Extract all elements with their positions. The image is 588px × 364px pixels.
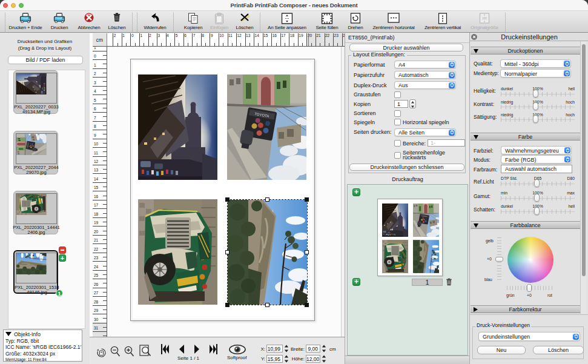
svg-text:100: 100 bbox=[482, 17, 487, 20]
